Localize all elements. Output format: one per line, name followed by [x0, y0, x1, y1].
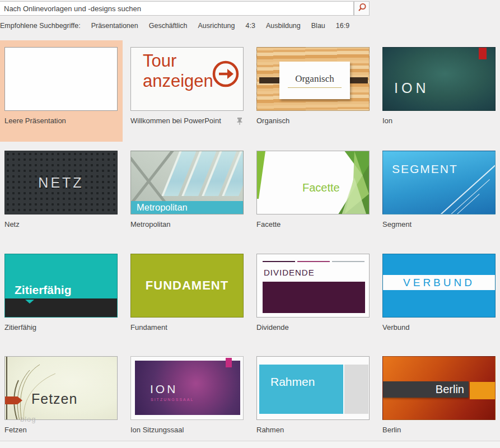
template-card-facette[interactable]: Facette Facette: [256, 151, 370, 244]
search-icon: [357, 3, 367, 15]
template-thumbnail-organisch[interactable]: Organisch: [256, 47, 370, 111]
verbund-title-text: VERBUND: [403, 277, 475, 289]
fetzen-grass-lines: [5, 357, 118, 420]
template-label: Organisch: [256, 116, 370, 125]
berlin-title-text: Berlin: [436, 383, 464, 396]
metropolitan-title-text: Metropolitan: [137, 202, 188, 213]
dividende-rule-dark: [263, 261, 295, 262]
suggested-term-blau[interactable]: Blau: [311, 22, 325, 30]
suggested-term-geschaeftlich[interactable]: Geschäftlich: [149, 22, 188, 30]
template-card-willkommen[interactable]: Tour anzeigen Willkommen bei PowerPoint: [130, 47, 244, 140]
template-card-leere-praesentation[interactable]: Leere Präsentation: [4, 47, 118, 140]
suggested-term-4-3[interactable]: 4:3: [246, 22, 255, 30]
template-label: Leere Präsentation: [4, 116, 118, 125]
template-card-organisch[interactable]: Organisch Organisch: [256, 47, 370, 140]
berlin-amber-block: [470, 382, 496, 399]
dividende-title-text: DIVIDENDE: [264, 268, 315, 277]
template-label: Ion Sitzungssaal: [130, 426, 244, 434]
template-card-rahmen[interactable]: Rahmen Rahmen: [256, 356, 370, 448]
template-card-ion[interactable]: ION Ion: [382, 47, 496, 140]
template-card-netz[interactable]: NETZ Netz: [4, 151, 118, 244]
pin-icon[interactable]: [235, 116, 244, 125]
search-button[interactable]: [354, 1, 370, 16]
template-thumbnail-verbund[interactable]: VERBUND: [382, 254, 496, 318]
template-label: Berlin: [382, 426, 496, 434]
template-card-metropolitan[interactable]: Metropolitan Metropolitan: [130, 151, 244, 244]
template-gallery: Empfohlene Suchbegriffe: Präsentationen …: [0, 0, 500, 448]
search-input[interactable]: [0, 1, 354, 16]
template-thumbnail-leere-praesentation[interactable]: [4, 47, 118, 111]
template-label: Fundament: [130, 323, 244, 332]
organisch-left-bar: [259, 77, 281, 83]
template-label: Segment: [382, 220, 496, 228]
berlin-dark-band: Berlin: [383, 381, 469, 398]
fetzen-title-text: Fetzen: [31, 391, 77, 407]
template-card-verbund[interactable]: VERBUND Verbund: [382, 254, 496, 347]
fundament-title-text: FUNDAMENT: [146, 278, 228, 293]
ion-red-tab: [479, 48, 487, 59]
bottom-strip: [0, 441, 500, 448]
template-thumbnail-fetzen[interactable]: Fetzen: [4, 356, 118, 420]
circled-arrow-icon: [211, 59, 240, 91]
template-thumbnail-dividende[interactable]: DIVIDENDE: [256, 254, 370, 318]
template-card-fundament[interactable]: FUNDAMENT Fundament: [130, 254, 244, 347]
ion-sitzungssaal-pink-tab: [226, 358, 232, 367]
template-label: Ion: [382, 116, 496, 125]
template-card-ion-sitzungssaal[interactable]: ION SITZUNGSSAAL Ion Sitzungssaal: [130, 356, 244, 448]
template-thumbnail-zitierfaehig[interactable]: Zitierfähig: [4, 254, 118, 318]
dividende-plum-rectangle: [263, 282, 365, 313]
verbund-white-band: VERBUND: [383, 275, 495, 290]
template-card-segment[interactable]: SEGMENT Segment: [382, 151, 496, 244]
template-label: Netz: [4, 220, 118, 228]
ion-sitzungssaal-title-text: ION: [150, 382, 177, 396]
organisch-title-card: Organisch: [279, 62, 350, 99]
ion-title-text: ION: [394, 80, 429, 96]
zitierfaehig-notch: [25, 300, 34, 304]
template-card-dividende[interactable]: DIVIDENDE Dividende: [256, 254, 370, 347]
ion-sitzungssaal-subtitle-text: SITZUNGSSAAL: [151, 398, 194, 402]
template-thumbnail-ion-sitzungssaal[interactable]: ION SITZUNGSSAAL: [130, 356, 244, 420]
template-thumbnail-facette[interactable]: Facette: [256, 151, 370, 214]
organisch-underline: [288, 87, 342, 88]
template-label: Rahmen: [256, 426, 370, 434]
facette-title-text: Facette: [302, 181, 340, 194]
template-label: Facette: [256, 220, 370, 228]
segment-diagonal-line: [454, 194, 479, 214]
suggested-term-praesentationen[interactable]: Präsentationen: [91, 22, 138, 30]
template-card-fetzen[interactable]: Fetzen Fetzen: [4, 356, 118, 448]
template-label: Metropolitan: [130, 220, 244, 228]
watermark-text: blog: [20, 415, 36, 423]
suggested-term-16-9[interactable]: 16:9: [336, 22, 349, 30]
template-thumbnail-metropolitan[interactable]: Metropolitan: [130, 151, 244, 214]
template-card-berlin[interactable]: Berlin Berlin: [382, 356, 496, 448]
netz-title-text: NETZ: [38, 175, 83, 191]
rahmen-title-text: Rahmen: [270, 375, 315, 389]
metropolitan-title-band: Metropolitan: [131, 201, 243, 214]
template-label: Dividende: [256, 323, 370, 332]
template-thumbnail-willkommen[interactable]: Tour anzeigen: [130, 47, 244, 111]
dividende-rule-gray: [332, 261, 365, 262]
template-label: Verbund: [382, 323, 496, 332]
zitierfaehig-bottom-band: [5, 298, 117, 317]
rahmen-teal-block: [259, 365, 343, 414]
segment-title-text: SEGMENT: [392, 162, 458, 176]
template-thumbnail-ion[interactable]: ION: [382, 47, 496, 111]
template-thumbnail-fundament[interactable]: FUNDAMENT: [130, 254, 244, 318]
zitierfaehig-title-text: Zitierfähig: [15, 283, 72, 297]
template-thumbnail-segment[interactable]: SEGMENT: [382, 151, 496, 214]
suggested-searches-label: Empfohlene Suchbegriffe:: [0, 22, 81, 30]
rahmen-gray-block: [344, 365, 368, 414]
template-label: Zitierfähig: [4, 323, 118, 332]
template-label: Willkommen bei PowerPoint: [130, 116, 244, 125]
suggested-term-ausrichtung[interactable]: Ausrichtung: [198, 22, 235, 30]
template-label: Fetzen: [4, 426, 118, 434]
template-card-zitierfaehig[interactable]: Zitierfähig Zitierfähig: [4, 254, 118, 347]
template-thumbnail-berlin[interactable]: Berlin: [382, 356, 496, 420]
suggested-searches: Empfohlene Suchbegriffe: Präsentationen …: [0, 22, 349, 30]
organisch-title-text: Organisch: [295, 73, 334, 85]
suggested-term-ausbildung[interactable]: Ausbildung: [266, 22, 301, 30]
dividende-rule-purple: [297, 261, 330, 262]
template-thumbnail-rahmen[interactable]: Rahmen: [256, 356, 370, 420]
facette-left-wedge: [257, 151, 268, 214]
template-thumbnail-netz[interactable]: NETZ: [4, 151, 118, 214]
